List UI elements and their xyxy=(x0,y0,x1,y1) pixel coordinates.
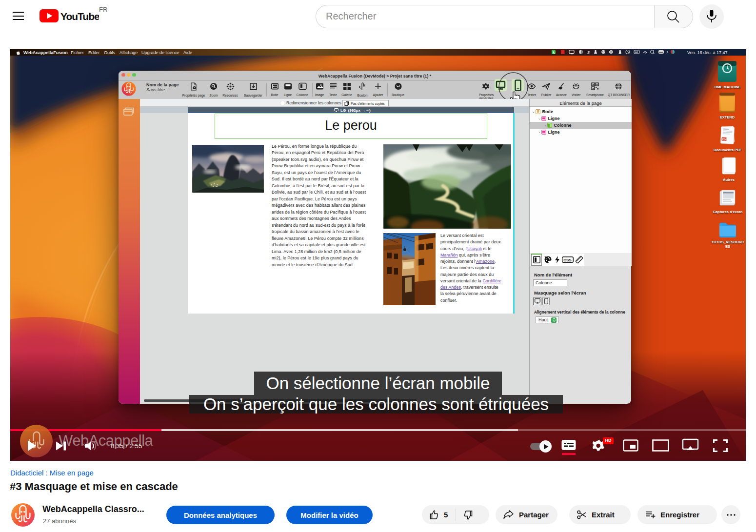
svg-text:PDF: PDF xyxy=(722,138,727,141)
svg-text:YouTube: YouTube xyxy=(60,11,99,22)
svg-text:CSS: CSS xyxy=(563,258,572,262)
svg-text:44: 44 xyxy=(635,51,638,54)
svg-text:S: S xyxy=(587,50,590,55)
